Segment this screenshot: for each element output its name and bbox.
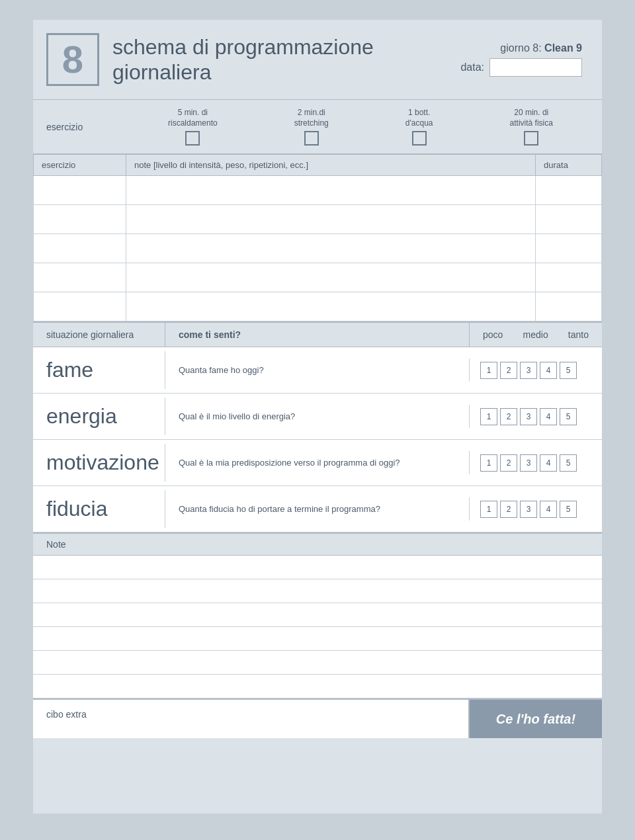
situ-name-energia: energia — [33, 398, 165, 435]
header-title: schema di programmazione giornaliera — [112, 34, 437, 85]
data-label: data: — [460, 62, 484, 73]
situ-question-fame: Quanta fame ho oggi? — [165, 358, 470, 382]
program-label: giorno 8: Clean 9 — [500, 42, 582, 54]
rating-box-2[interactable]: 2 — [500, 408, 517, 425]
situazione-header: situazione giornaliera come ti senti? po… — [33, 321, 602, 347]
situ-rating-fiducia: 1 2 3 4 5 — [470, 494, 602, 525]
checkbox-sq-attivita[interactable] — [524, 131, 538, 146]
situazione-section: situazione giornaliera come ti senti? po… — [33, 321, 602, 532]
rating-box-3[interactable]: 3 — [520, 362, 537, 379]
exercise-cell[interactable] — [34, 292, 126, 321]
note-line[interactable] — [33, 627, 602, 651]
rating-box-2[interactable]: 2 — [500, 501, 517, 518]
col-header-esercizio: esercizio — [34, 155, 126, 176]
exercise-cell[interactable] — [34, 234, 126, 263]
note-line[interactable] — [33, 675, 602, 698]
checkbox-stretching: 2 min.di stretching — [294, 108, 329, 146]
checkbox-sq-acqua[interactable] — [412, 131, 427, 146]
duration-cell[interactable] — [536, 263, 602, 292]
checkbox-sq-stretching[interactable] — [304, 131, 319, 146]
day-number: 8 — [62, 40, 83, 79]
note-section: Note — [33, 532, 602, 698]
rating-box-1[interactable]: 1 — [480, 501, 497, 518]
footer-section: cibo extra Ce l'ho fatta! — [33, 698, 602, 738]
table-row — [34, 263, 602, 292]
table-row — [34, 292, 602, 321]
situ-col1-header: situazione giornaliera — [33, 323, 165, 347]
checkbox-group: 5 min. di riscaldamento 2 min.di stretch… — [132, 108, 589, 146]
col-header-note: note [livello di intensità, peso, ripeti… — [126, 155, 536, 176]
main-title: schema di programmazione giornaliera — [112, 34, 437, 85]
situ-rating-motivazione: 1 2 3 4 5 — [470, 448, 602, 478]
situ-col2-header: come ti senti? — [165, 323, 470, 347]
footer-right-text: Ce l'ho fatta! — [496, 712, 575, 727]
situ-row-fiducia: fiducia Quanta fiducia ho di portare a t… — [33, 486, 602, 532]
footer-right: Ce l'ho fatta! — [470, 700, 602, 738]
note-lines — [33, 556, 602, 698]
rating-box-3[interactable]: 3 — [520, 454, 537, 472]
exercise-cell[interactable] — [34, 205, 126, 234]
table-row — [34, 205, 602, 234]
note-cell[interactable] — [126, 234, 536, 263]
situ-col3-header: poco medio tanto — [470, 323, 602, 347]
checkbox-sq-riscaldamento[interactable] — [185, 131, 200, 146]
exercise-cell[interactable] — [34, 263, 126, 292]
situ-question-motivazione: Qual è la mia predisposizione verso il p… — [165, 451, 470, 474]
header: 8 schema di programmazione giornaliera g… — [33, 20, 602, 99]
situ-row-energia: energia Qual è il mio livello di energia… — [33, 394, 602, 440]
checkbox-attivita: 20 min. di attività fisica — [510, 108, 553, 146]
rating-box-1[interactable]: 1 — [480, 454, 497, 472]
data-input-box[interactable] — [489, 58, 582, 77]
rating-box-4[interactable]: 4 — [540, 408, 557, 425]
note-cell[interactable] — [126, 176, 536, 205]
note-line[interactable] — [33, 603, 602, 627]
rating-box-4[interactable]: 4 — [540, 454, 557, 472]
data-row: data: — [460, 58, 582, 77]
note-line[interactable] — [33, 651, 602, 675]
checkboxes-section: esercizio 5 min. di riscaldamento 2 min.… — [33, 99, 602, 154]
rating-box-3[interactable]: 3 — [520, 408, 537, 425]
rating-box-3[interactable]: 3 — [520, 501, 537, 518]
day-number-box: 8 — [46, 33, 99, 86]
footer-left[interactable]: cibo extra — [33, 700, 470, 738]
situ-rating-energia: 1 2 3 4 5 — [470, 401, 602, 432]
rating-box-5[interactable]: 5 — [560, 501, 577, 518]
situ-name-fame: fame — [33, 351, 165, 389]
checkbox-acqua: 1 bott. d'acqua — [405, 108, 433, 146]
duration-cell[interactable] — [536, 176, 602, 205]
rating-box-2[interactable]: 2 — [500, 362, 517, 379]
note-cell[interactable] — [126, 205, 536, 234]
table-row — [34, 234, 602, 263]
table-row — [34, 176, 602, 205]
situ-name-motivazione: motivazione — [33, 444, 165, 482]
exercise-cell[interactable] — [34, 176, 126, 205]
rating-box-4[interactable]: 4 — [540, 501, 557, 518]
rating-box-4[interactable]: 4 — [540, 362, 557, 379]
checkboxes-esercizio-label: esercizio — [46, 122, 132, 132]
note-cell[interactable] — [126, 292, 536, 321]
rating-box-5[interactable]: 5 — [560, 408, 577, 425]
duration-cell[interactable] — [536, 234, 602, 263]
col-header-durata: durata — [536, 155, 602, 176]
rating-box-1[interactable]: 1 — [480, 408, 497, 425]
checkbox-riscaldamento: 5 min. di riscaldamento — [168, 108, 218, 146]
duration-cell[interactable] — [536, 205, 602, 234]
rating-box-5[interactable]: 5 — [560, 454, 577, 472]
rating-box-2[interactable]: 2 — [500, 454, 517, 472]
situ-name-fiducia: fiducia — [33, 490, 165, 528]
duration-cell[interactable] — [536, 292, 602, 321]
header-right: giorno 8: Clean 9 data: — [450, 42, 582, 77]
situ-row-motivazione: motivazione Qual è la mia predisposizion… — [33, 440, 602, 486]
note-line[interactable] — [33, 556, 602, 579]
rating-box-1[interactable]: 1 — [480, 362, 497, 379]
note-cell[interactable] — [126, 263, 536, 292]
situ-question-energia: Qual è il mio livello di energia? — [165, 405, 470, 428]
note-line[interactable] — [33, 579, 602, 603]
page: 8 schema di programmazione giornaliera g… — [33, 20, 602, 814]
situ-question-fiducia: Quanta fiducia ho di portare a termine i… — [165, 497, 470, 521]
rating-box-5[interactable]: 5 — [560, 362, 577, 379]
situ-row-fame: fame Quanta fame ho oggi? 1 2 3 4 5 — [33, 347, 602, 394]
exercise-table: esercizio note [livello di intensità, pe… — [33, 154, 602, 321]
note-label: Note — [33, 534, 602, 556]
situ-rating-fame: 1 2 3 4 5 — [470, 355, 602, 386]
